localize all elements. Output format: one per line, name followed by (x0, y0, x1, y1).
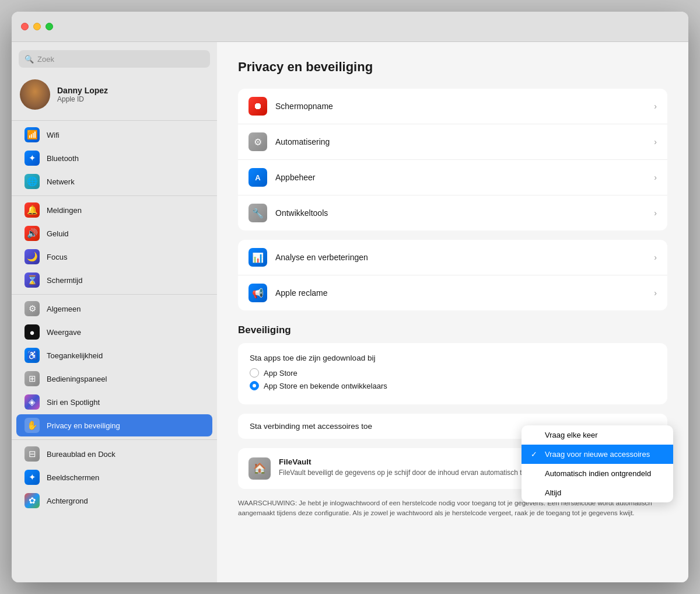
dropdown-item-label: Vraag voor nieuwe accessoires (545, 450, 650, 459)
sidebar-item-label: Bedieningspaneel (47, 375, 107, 383)
row-appbeheer[interactable]: A Appbeheer › (238, 160, 667, 195)
siri-icon: ◈ (24, 394, 40, 410)
sidebar-item-meldingen[interactable]: 🔔 Meldingen (16, 199, 212, 221)
achtergrond-icon: ✿ (24, 493, 40, 508)
sidebar-item-siri[interactable]: ◈ Siri en Spotlight (16, 391, 212, 413)
row-label: Appbeheer (275, 173, 654, 182)
sta-apps-section: Sta apps toe die zijn gedownload bij App… (238, 343, 667, 404)
sidebar-item-geluid[interactable]: 🔊 Geluid (16, 222, 212, 244)
schermopname-icon: ⏺ (249, 97, 267, 116)
dropdown-item-label: Altijd (545, 488, 561, 497)
sidebar-item-toegankelijkheid[interactable]: ♿ Toegankelijkheid (16, 344, 212, 366)
sidebar-item-schermtijd[interactable]: ⌛ Schermtijd (16, 269, 212, 291)
sidebar-item-label: Siri en Spotlight (47, 398, 100, 407)
wifi-icon: 📶 (24, 127, 40, 142)
row-label: Schermopname (275, 102, 654, 111)
focus-icon: 🌙 (24, 249, 40, 264)
sidebar-item-label: Toegankelijkheid (47, 351, 103, 360)
content-area: 🔍 Zoek Danny Lopez Apple ID 📶 Wifi (12, 42, 688, 582)
sidebar-item-bluetooth[interactable]: ✦ Bluetooth (16, 147, 212, 169)
sidebar-item-label: Achtergrond (47, 497, 88, 505)
dropdown-item-automatisch[interactable]: Automatisch indien ontgrendeld (522, 464, 673, 483)
checkmark-icon: ✓ (531, 450, 540, 459)
beveiliging-title: Beveiliging (238, 324, 667, 336)
sidebar-item-privacy[interactable]: ✋ Privacy en beveiliging (16, 414, 212, 436)
automatisering-icon: ⚙ (249, 132, 267, 151)
sidebar-separator (12, 294, 217, 295)
dropdown-item-vraag-elke-keer[interactable]: Vraag elke keer (522, 425, 673, 445)
sidebar-item-label: Bureaublad en Dock (47, 450, 116, 459)
row-schermopname[interactable]: ⏺ Schermopname › (238, 89, 667, 124)
sidebar-item-label: Beeldschermen (47, 473, 99, 482)
chevron-right-icon: › (654, 253, 657, 262)
sidebar-item-label: Schermtijd (47, 276, 82, 285)
sidebar-item-bureaubl[interactable]: ⊟ Bureaublad en Dock (16, 443, 212, 465)
dropdown-item-altijd[interactable]: Altijd (522, 483, 673, 502)
sidebar-item-label: Privacy en beveiliging (47, 421, 120, 430)
sidebar-separator (12, 195, 217, 196)
row-automatisering[interactable]: ⚙ Automatisering › (238, 124, 667, 160)
row-analyse[interactable]: 📊 Analyse en verbeteringen › (238, 240, 667, 275)
search-placeholder: Zoek (37, 55, 54, 64)
radio-appstore-dev[interactable]: App Store en bekende ontwikkelaars (250, 381, 656, 390)
geluid-icon: 🔊 (24, 226, 40, 241)
bedieningspaneel-icon: ⊞ (24, 371, 40, 386)
sidebar-item-algemeen[interactable]: ⚙ Algemeen (16, 298, 212, 320)
sta-apps-label: Sta apps toe die zijn gedownload bij (250, 354, 656, 362)
search-icon: 🔍 (24, 55, 34, 64)
privacy-section-1: ⏺ Schermopname › ⚙ Automatisering › A Ap… (238, 89, 667, 230)
radio-button-appstore-dev[interactable] (250, 381, 259, 390)
bureaubl-icon: ⊟ (24, 446, 40, 462)
privacy-icon: ✋ (24, 418, 40, 433)
user-subtitle: Apple ID (57, 95, 108, 103)
privacy-section-2: 📊 Analyse en verbeteringen › 📢 Apple rec… (238, 240, 667, 310)
user-name: Danny Lopez (57, 86, 108, 95)
sidebar-item-netwerk[interactable]: 🌐 Netwerk (16, 170, 212, 193)
maximize-button[interactable] (46, 23, 53, 30)
dropdown-item-vraag-nieuw[interactable]: ✓ Vraag voor nieuwe accessoires (522, 445, 673, 464)
sidebar-item-label: Focus (47, 253, 67, 261)
row-label: Automatisering (275, 137, 654, 146)
titlebar (12, 12, 688, 42)
chevron-right-icon: › (654, 137, 657, 146)
sidebar-item-wifi[interactable]: 📶 Wifi (16, 124, 212, 146)
sidebar-item-label: Algemeen (47, 305, 81, 313)
dropdown-item-label: Automatisch indien ontgrendeld (545, 469, 651, 478)
sidebar-item-bedieningspaneel[interactable]: ⊞ Bedieningspaneel (16, 368, 212, 390)
user-profile[interactable]: Danny Lopez Apple ID (12, 74, 217, 118)
netwerk-icon: 🌐 (24, 174, 40, 189)
dropdown-item-label: Vraag elke keer (545, 431, 598, 439)
main-window: 🔍 Zoek Danny Lopez Apple ID 📶 Wifi (12, 12, 688, 582)
user-info: Danny Lopez Apple ID (57, 86, 108, 103)
chevron-right-icon: › (654, 288, 657, 298)
search-bar[interactable]: 🔍 Zoek (19, 50, 210, 68)
sidebar-item-focus[interactable]: 🌙 Focus (16, 246, 212, 268)
radio-label-appstore-dev: App Store en bekende ontwikkelaars (264, 382, 387, 390)
row-reclame[interactable]: 📢 Apple reclame › (238, 275, 667, 310)
analyse-icon: 📊 (249, 248, 267, 267)
sidebar-item-weergave[interactable]: ● Weergave (16, 321, 212, 343)
close-button[interactable] (21, 23, 29, 30)
schermtijd-icon: ⌛ (24, 272, 40, 288)
avatar (20, 79, 50, 110)
sta-verbinding-section: Sta verbinding met accessoires toe Vraag… (238, 414, 667, 439)
meldingen-icon: 🔔 (24, 202, 40, 218)
weergave-icon: ● (24, 324, 40, 340)
dropdown-popup: Vraag elke keer ✓ Vraag voor nieuwe acce… (522, 425, 673, 502)
sidebar-item-label: Meldingen (47, 206, 82, 215)
sidebar-item-achtergrond[interactable]: ✿ Achtergrond (16, 490, 212, 512)
row-label: Analyse en verbeteringen (275, 253, 654, 262)
sidebar-item-label: Weergave (47, 328, 81, 337)
main-content: Privacy en beveiliging ⏺ Schermopname › … (217, 42, 688, 582)
radio-button-appstore[interactable] (250, 368, 259, 378)
page-title: Privacy en beveiliging (238, 60, 667, 75)
row-ontwikkeltools[interactable]: 🔧 Ontwikkeltools › (238, 195, 667, 230)
minimize-button[interactable] (33, 23, 41, 30)
sidebar-item-beeldsch[interactable]: ✦ Beeldschermen (16, 466, 212, 488)
chevron-right-icon: › (654, 102, 657, 111)
algemeen-icon: ⚙ (24, 301, 40, 316)
reclame-icon: 📢 (249, 284, 267, 302)
radio-appstore[interactable]: App Store (250, 368, 656, 378)
toegankelijkheid-icon: ♿ (24, 348, 40, 363)
appbeheer-icon: A (249, 168, 267, 187)
